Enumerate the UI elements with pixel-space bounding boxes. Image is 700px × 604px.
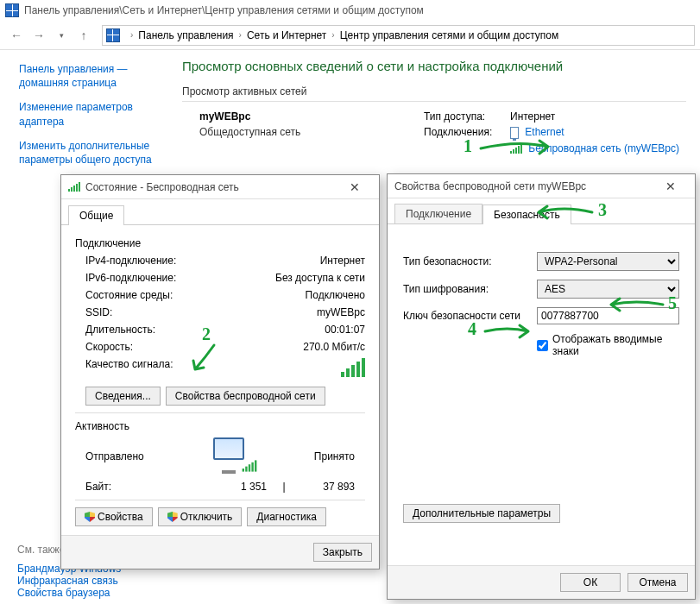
signal-bars-icon	[341, 358, 365, 377]
ok-button[interactable]: ОК	[560, 573, 621, 592]
security-type-select[interactable]: WPA2-Personal	[537, 252, 679, 271]
up-button[interactable]: ↑	[73, 24, 95, 47]
cancel-button[interactable]: Отмена	[627, 573, 688, 592]
ipv6-value: Без доступа к сети	[227, 272, 365, 284]
advanced-button[interactable]: Дополнительные параметры	[403, 504, 560, 523]
crumb-net[interactable]: Сеть и Интернет	[247, 29, 326, 41]
cp-title-path: Панель управления\Сеть и Интернет\Центр …	[24, 4, 424, 16]
tab-connection[interactable]: Подключение	[394, 204, 482, 223]
signal-label: Качество сигнала:	[85, 358, 227, 380]
see-also-browser[interactable]: Свойства браузера	[17, 587, 110, 599]
divider	[75, 412, 365, 413]
bytes-received: 37 893	[301, 481, 355, 493]
cp-address-bar: ← → ▾ ↑ › Панель управления › Сеть и Инт…	[0, 21, 700, 50]
ipv4-label: IPv4-подключение:	[85, 255, 227, 267]
disable-button[interactable]: Отключить	[158, 507, 243, 526]
security-key-input[interactable]	[537, 307, 679, 324]
media-state-label: Состояние среды:	[85, 289, 227, 301]
wifi-connection-link[interactable]: Беспроводная сеть (myWEBpc)	[510, 142, 679, 154]
forward-button[interactable]: →	[28, 24, 50, 47]
props-title-text: Свойства беспроводной сети myWEBpc	[394, 180, 586, 192]
shield-icon	[167, 512, 178, 522]
ethernet-link[interactable]: Ethernet	[525, 126, 564, 138]
divider	[75, 500, 365, 500]
page-title: Просмотр основных сведений о сети и наст…	[182, 59, 686, 73]
close-icon[interactable]: ✕	[337, 180, 372, 194]
back-button[interactable]: ←	[5, 24, 28, 47]
sidebar-home[interactable]: Панель управления — домашняя страница	[19, 62, 160, 90]
crumb-center[interactable]: Центр управления сетями и общим доступом	[340, 29, 559, 41]
security-type-label: Тип безопасности:	[403, 255, 537, 267]
history-dropdown[interactable]: ▾	[50, 24, 73, 47]
show-chars-label: Отображать вводимые знаки	[552, 333, 679, 357]
activity-computer-icon	[203, 437, 255, 475]
close-button[interactable]: Закрыть	[313, 543, 372, 562]
wireless-properties-button[interactable]: Свойства беспроводной сети	[166, 387, 325, 406]
network-center-icon	[5, 3, 19, 17]
wifi-icon	[243, 460, 257, 471]
ethernet-connection-link[interactable]: Ethernet	[510, 126, 564, 139]
active-networks-header: Просмотр активных сетей	[182, 85, 686, 98]
wifi-link[interactable]: Беспроводная сеть (myWEBpc)	[528, 142, 679, 154]
network-name: myWEBpc	[199, 110, 424, 123]
address-box[interactable]: › Панель управления › Сеть и Интернет › …	[102, 25, 695, 46]
encryption-type-select[interactable]: AES	[537, 280, 679, 299]
duration-label: Длительность:	[85, 324, 227, 336]
sidebar-adapter-settings[interactable]: Изменение параметров адаптера	[19, 100, 160, 128]
network-type: Общедоступная сеть	[199, 126, 424, 138]
ipv6-label: IPv6-подключение:	[85, 272, 227, 284]
sidebar-sharing-settings[interactable]: Изменить дополнительные параметры общего…	[19, 139, 160, 167]
network-center-icon	[106, 28, 120, 42]
tab-security[interactable]: Безопасность	[482, 204, 571, 224]
close-icon[interactable]: ✕	[653, 179, 688, 193]
media-state-value: Подключено	[227, 289, 365, 301]
ssid-label: SSID:	[85, 306, 227, 318]
sent-label: Отправлено	[85, 450, 144, 462]
connections-label: Подключения:	[424, 126, 510, 139]
status-title-text: Состояние - Беспроводная сеть	[85, 181, 239, 193]
ssid-value: myWEBpc	[227, 306, 365, 318]
tab-general[interactable]: Общие	[68, 205, 124, 225]
diagnose-button[interactable]: Диагностика	[247, 507, 326, 526]
access-type-value: Интернет	[510, 110, 555, 123]
separator: |	[267, 481, 301, 493]
duration-value: 00:01:07	[227, 324, 365, 336]
details-button[interactable]: Сведения...	[85, 387, 161, 406]
connection-group-label: Подключение	[75, 237, 365, 249]
cp-titlebar: Панель управления\Сеть и Интернет\Центр …	[0, 0, 700, 21]
see-also-infrared[interactable]: Инфракрасная связь	[17, 575, 118, 587]
props-dialog-title[interactable]: Свойства беспроводной сети myWEBpc ✕	[388, 174, 695, 198]
wifi-icon	[68, 182, 80, 192]
chevron-right-icon[interactable]: ›	[130, 30, 133, 40]
encryption-type-label: Тип шифрования:	[403, 283, 537, 295]
activity-group-label: Активность	[75, 420, 365, 432]
security-key-label: Ключ безопасности сети	[403, 310, 537, 322]
received-label: Принято	[314, 450, 355, 462]
access-type-label: Тип доступа:	[424, 110, 510, 123]
cp-sidebar: Панель управления — домашняя страница Из…	[0, 59, 168, 180]
bytes-label: Байт:	[85, 481, 172, 493]
shield-icon	[85, 512, 95, 522]
status-dialog-title[interactable]: Состояние - Беспроводная сеть ✕	[61, 175, 379, 199]
speed-label: Скорость:	[85, 341, 227, 353]
ethernet-icon	[510, 127, 519, 139]
chevron-right-icon[interactable]: ›	[331, 30, 334, 40]
chevron-right-icon[interactable]: ›	[239, 30, 242, 40]
crumb-cp[interactable]: Панель управления	[138, 29, 233, 41]
divider	[182, 101, 686, 102]
properties-button[interactable]: Свойства	[75, 507, 153, 526]
show-chars-checkbox[interactable]	[537, 340, 548, 351]
wifi-icon	[510, 144, 522, 154]
speed-value: 270.0 Мбит/с	[227, 341, 365, 353]
ipv4-value: Интернет	[227, 255, 365, 267]
bytes-sent: 1 351	[172, 481, 267, 493]
